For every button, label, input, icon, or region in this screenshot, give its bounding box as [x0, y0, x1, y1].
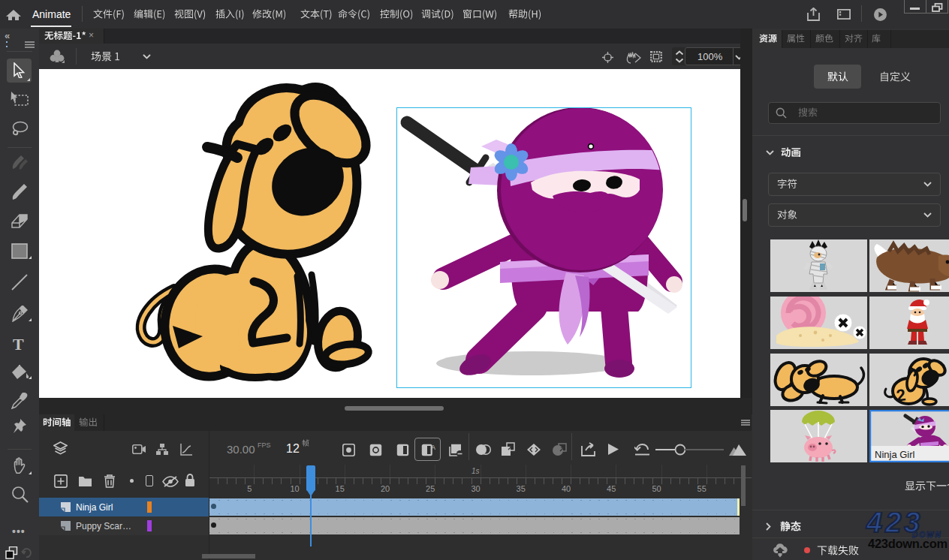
svg-text:Ninja Girl: Ninja Girl — [875, 449, 915, 460]
svg-text:A: A — [431, 444, 435, 451]
svg-text:2: 2 — [895, 385, 907, 405]
